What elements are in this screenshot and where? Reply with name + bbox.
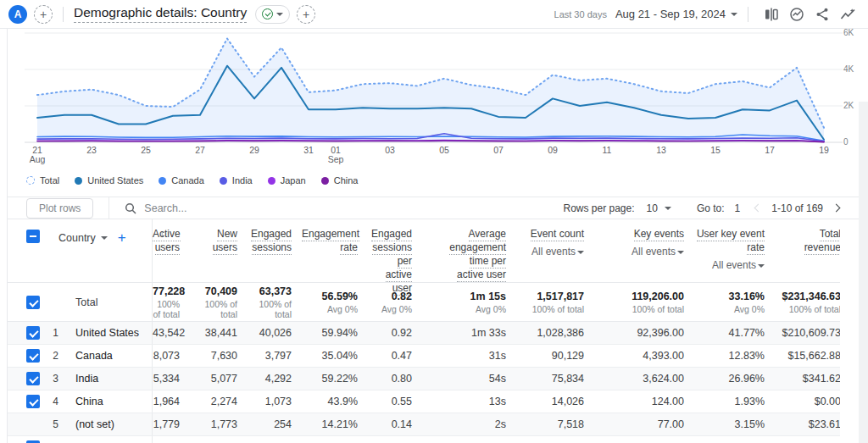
- select-all-checkbox[interactable]: [26, 230, 40, 243]
- add-dimension-button[interactable]: +: [118, 230, 126, 246]
- total-metric: 1,517,817100% of total: [516, 291, 594, 314]
- column-header[interactable]: Totalrevenue: [775, 228, 840, 255]
- divider: [63, 7, 64, 22]
- totals-label: Total: [75, 296, 97, 308]
- metric-cell: 254: [248, 418, 302, 430]
- plot-rows-button[interactable]: Plot rows: [26, 198, 93, 219]
- column-header[interactable]: Key eventsAll events: [594, 228, 694, 258]
- legend-item[interactable]: Canada: [159, 175, 204, 186]
- row-number: 1: [42, 327, 58, 339]
- vertical-scrollbar[interactable]: [859, 102, 868, 443]
- goto-input[interactable]: 1: [735, 202, 741, 214]
- country-name: (not set): [75, 418, 114, 430]
- metric-cell: 0.80: [368, 373, 422, 385]
- row-checkbox[interactable]: [26, 326, 40, 340]
- search-input[interactable]: Search...: [125, 202, 186, 214]
- metric-cell: 14,026: [516, 396, 594, 407]
- page-title[interactable]: Demographic details: Country: [74, 5, 247, 23]
- timeseries-chart: 02K4K6K 21Aug232527293101Sep030507091113…: [8, 29, 868, 167]
- metric-cell: 59.94%: [302, 327, 368, 339]
- column-header[interactable]: Engagementrate: [302, 228, 368, 255]
- x-axis-label: 21Aug: [20, 146, 54, 164]
- x-axis-label: 13: [644, 146, 678, 155]
- legend-dot-icon: [26, 176, 35, 185]
- legend-item[interactable]: India: [220, 175, 253, 186]
- row-checkbox[interactable]: [26, 395, 40, 408]
- divider: [108, 197, 109, 219]
- column-header[interactable]: Engagedsessions: [248, 228, 302, 255]
- legend-item[interactable]: Total: [26, 175, 59, 186]
- metric-cell: $341.62: [775, 373, 840, 385]
- table-toolbar: Plot rows Search... Rows per page: 10 Go…: [8, 197, 868, 219]
- previous-page-icon[interactable]: [754, 204, 763, 213]
- date-range-picker[interactable]: Aug 21 - Sep 19, 2024: [615, 8, 737, 20]
- table-row: 6 Japan 1,7181,6041,72656.53%1.001m 57s4…: [8, 436, 840, 443]
- y-axis-label: 4K: [843, 64, 862, 74]
- column-header[interactable]: User key eventrateAll events: [694, 228, 775, 272]
- trend-insights-icon[interactable]: [840, 7, 856, 22]
- column-header[interactable]: Averageengagementtime peractive user: [422, 228, 516, 282]
- chevron-down-icon: [758, 264, 765, 271]
- metric-filter[interactable]: All events: [694, 259, 765, 272]
- metric-cell: 43,542: [153, 327, 190, 339]
- total-metric: 63,373100% of total: [248, 285, 302, 319]
- search-icon: [125, 202, 136, 214]
- metric-cell: 2s: [422, 418, 516, 430]
- legend-item[interactable]: Japan: [268, 175, 306, 186]
- totals-checkbox[interactable]: [26, 296, 40, 309]
- x-axis-label: 05: [427, 146, 461, 155]
- add-tab-button[interactable]: +: [297, 5, 315, 24]
- legend-dot-icon: [321, 177, 329, 185]
- metric-cell: 3,624.00: [594, 373, 694, 385]
- legend-item[interactable]: China: [321, 175, 359, 186]
- column-header[interactable]: Activeusers: [153, 228, 190, 255]
- table-row: 1 United States 43,54238,44140,02659.94%…: [8, 322, 840, 345]
- legend-item[interactable]: United States: [75, 175, 143, 186]
- row-checkbox[interactable]: [26, 372, 40, 385]
- metric-cell: 5,077: [190, 373, 248, 385]
- avatar[interactable]: A: [8, 5, 27, 24]
- metric-cell: 8,073: [153, 350, 190, 362]
- legend-dot-icon: [220, 177, 227, 185]
- metric-cell: 1,773: [190, 418, 248, 430]
- date-preset-label: Last 30 days: [554, 9, 607, 19]
- metric-cell: 31s: [422, 350, 516, 362]
- metric-cell: 0.92: [368, 327, 422, 339]
- metric-cell: 1,964: [153, 396, 190, 407]
- pagination-range: 1-10 of 169: [771, 202, 823, 214]
- report-status-pill[interactable]: [255, 5, 290, 24]
- chevron-down-icon: [101, 236, 108, 243]
- metric-filter[interactable]: All events: [516, 246, 584, 258]
- top-bar: A + Demographic details: Country + Last …: [0, 0, 868, 29]
- x-axis-label: 29: [237, 146, 271, 155]
- chevron-down-icon: [731, 13, 737, 19]
- metric-filter[interactable]: All events: [594, 246, 684, 258]
- rows-per-page-select[interactable]: 10: [647, 202, 671, 214]
- rows-per-page-label: Rows per page:: [564, 202, 635, 214]
- metric-cell: 1m 33s: [422, 327, 516, 339]
- table-row: 5 (not set) 1,7791,77325414.21%0.142s7,5…: [8, 413, 840, 436]
- metric-cell: 92,396.00: [594, 327, 694, 339]
- insights-icon[interactable]: [789, 7, 804, 22]
- x-axis-label: 07: [481, 146, 515, 155]
- data-table: Country + ↓ ActiveusersNewusersEngagedse…: [8, 219, 840, 443]
- next-page-icon[interactable]: [832, 204, 841, 213]
- dimension-header[interactable]: Country +: [58, 230, 126, 246]
- row-number: 3: [42, 373, 58, 385]
- total-metric: $231,346.63100% of total: [775, 291, 840, 314]
- chart-legend: TotalUnited StatesCanadaIndiaJapanChina: [8, 172, 868, 189]
- metric-cell: 124.00: [594, 396, 694, 407]
- y-axis-label: 6K: [843, 28, 862, 37]
- column-header[interactable]: Newusers: [190, 228, 248, 255]
- report-card: 02K4K6K 21Aug232527293101Sep030507091113…: [7, 29, 868, 443]
- sort-descending-icon[interactable]: ↓: [159, 228, 164, 240]
- metric-cell: 14.21%: [302, 418, 368, 430]
- metric-cell: 12.83%: [694, 350, 775, 362]
- add-comparison-button[interactable]: +: [34, 5, 53, 24]
- column-header[interactable]: Event countAll events: [516, 228, 594, 258]
- total-metric: 56.59%Avg 0%: [302, 291, 368, 314]
- comparison-icon[interactable]: [764, 7, 779, 22]
- row-checkbox[interactable]: [26, 349, 40, 363]
- divider: [748, 7, 748, 22]
- share-icon[interactable]: [815, 7, 830, 22]
